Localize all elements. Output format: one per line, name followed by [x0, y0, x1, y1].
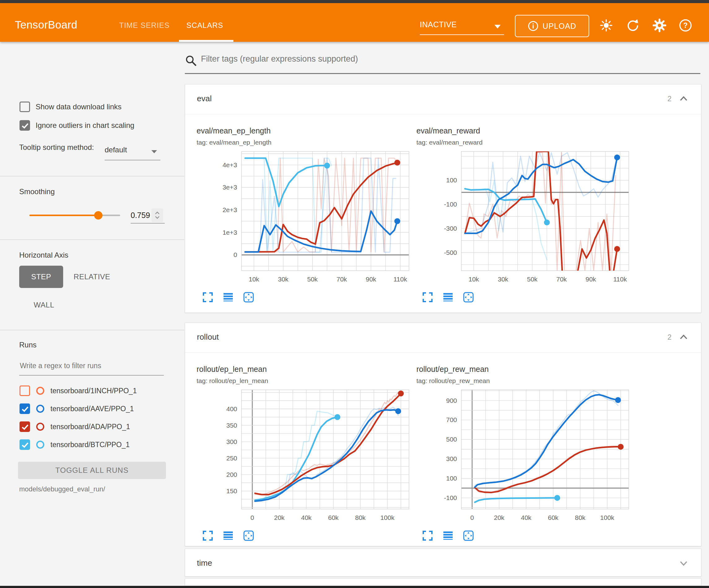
- chart-toolbar: [202, 292, 254, 303]
- svg-text:300: 300: [226, 438, 237, 445]
- section-card-time: time: [185, 549, 701, 577]
- run-row-btc[interactable]: tensorboard/BTC/PPO_1: [20, 436, 181, 454]
- axis-relative-button[interactable]: RELATIVE: [72, 266, 112, 288]
- run-checkbox[interactable]: [20, 439, 30, 450]
- svg-text:500: 500: [446, 436, 457, 443]
- svg-text:110k: 110k: [394, 276, 407, 283]
- chart-eval-mean-ep-length: eval/mean_ep_length tag: eval/mean_ep_le…: [196, 126, 410, 306]
- run-label: tensorboard/AAVE/PPO_1: [50, 405, 134, 413]
- svg-text:300: 300: [446, 455, 457, 462]
- run-checkbox[interactable]: [20, 385, 30, 396]
- chevron-up-icon[interactable]: [679, 95, 688, 102]
- stepper-down-icon[interactable]: [155, 216, 160, 219]
- search-icon: [185, 54, 197, 67]
- smoothing-stepper[interactable]: [151, 208, 163, 222]
- brightness-icon[interactable]: [599, 19, 613, 32]
- next-section-card-partial: [185, 579, 701, 586]
- run-row-ada[interactable]: tensorboard/ADA/PPO_1: [20, 418, 181, 436]
- svg-text:-500: -500: [444, 249, 457, 256]
- data-table-icon[interactable]: [222, 292, 234, 303]
- chart-toolbar: [202, 530, 254, 541]
- ignore-outliers-row[interactable]: Ignore outliers in chart scaling: [20, 120, 134, 131]
- app-header: TensorBoard TIME SERIES SCALARS INACTIVE…: [0, 3, 709, 42]
- smoothing-slider-fill: [29, 214, 98, 216]
- tab-time-series[interactable]: TIME SERIES: [119, 21, 170, 30]
- smoothing-label: Smoothing: [19, 187, 55, 196]
- svg-text:0: 0: [251, 514, 254, 521]
- svg-text:?: ?: [683, 21, 688, 29]
- fullscreen-icon[interactable]: [202, 530, 213, 541]
- fit-domain-icon[interactable]: [463, 530, 474, 541]
- svg-text:30k: 30k: [278, 276, 289, 283]
- data-table-icon[interactable]: [222, 530, 234, 541]
- chart-tag: tag: rollout/ep_len_mean: [196, 377, 268, 385]
- data-table-icon[interactable]: [442, 292, 453, 303]
- section-divider: [185, 352, 701, 353]
- svg-text:20k: 20k: [494, 514, 504, 521]
- svg-text:80k: 80k: [355, 514, 366, 521]
- section-header-time[interactable]: time: [185, 549, 701, 577]
- svg-text:350: 350: [226, 422, 237, 429]
- app-title: TensorBoard: [15, 19, 77, 31]
- run-checkbox[interactable]: [20, 404, 30, 414]
- tab-scalars[interactable]: SCALARS: [186, 21, 223, 30]
- section-header-rollout[interactable]: rollout 2: [185, 323, 701, 353]
- fit-domain-icon[interactable]: [463, 292, 474, 303]
- svg-text:400: 400: [226, 405, 237, 412]
- line-chart[interactable]: -100100300500700900020k40k60k80k100k: [416, 388, 630, 525]
- svg-text:40k: 40k: [301, 514, 312, 521]
- toggle-all-runs-button[interactable]: TOGGLE ALL RUNS: [18, 462, 166, 479]
- runs-filter-input[interactable]: [19, 361, 163, 370]
- chart-title: rollout/ep_len_mean: [196, 365, 267, 374]
- smoothing-slider[interactable]: [29, 214, 120, 216]
- chevron-down-icon[interactable]: [679, 560, 688, 567]
- upload-button[interactable]: UPLOAD: [515, 15, 589, 37]
- smoothing-value-box[interactable]: 0.759: [131, 208, 165, 222]
- svg-text:-100: -100: [444, 201, 457, 208]
- run-row-aave[interactable]: tensorboard/AAVE/PPO_1: [20, 400, 181, 418]
- svg-text:60k: 60k: [328, 514, 339, 521]
- chart-eval-mean-reward: eval/mean_reward tag: eval/mean_reward 1…: [416, 126, 630, 306]
- fit-domain-icon[interactable]: [243, 530, 254, 541]
- stepper-up-icon[interactable]: [155, 211, 160, 214]
- show-download-links-label: Show data download links: [35, 102, 122, 111]
- status-dropdown-value: INACTIVE: [420, 20, 457, 29]
- line-chart[interactable]: 150200250300350400020k40k60k80k100k: [196, 388, 410, 525]
- refresh-icon[interactable]: [626, 19, 640, 32]
- svg-text:10k: 10k: [248, 276, 259, 283]
- divider: [0, 330, 184, 330]
- axis-step-button[interactable]: STEP: [19, 266, 63, 288]
- top-window-strip: [0, 0, 709, 3]
- section-title: time: [197, 558, 212, 568]
- show-download-links-checkbox[interactable]: [20, 102, 30, 112]
- status-dropdown[interactable]: INACTIVE: [420, 20, 504, 35]
- show-download-links-row[interactable]: Show data download links: [20, 102, 122, 112]
- chevron-up-icon[interactable]: [679, 333, 688, 341]
- run-checkbox[interactable]: [20, 421, 30, 432]
- fullscreen-icon[interactable]: [202, 292, 213, 303]
- line-chart[interactable]: 01e+32e+33e+34e+310k30k50k70k90k110k: [196, 150, 410, 286]
- fit-domain-icon[interactable]: [243, 292, 254, 303]
- tooltip-sorting-dropdown[interactable]: default: [105, 146, 162, 160]
- chart-tag: tag: eval/mean_reward: [416, 139, 483, 146]
- svg-text:1e+3: 1e+3: [222, 229, 237, 236]
- line-chart[interactable]: 100-100-300-50010k30k50k70k90k110k: [416, 150, 630, 286]
- axis-wall-button[interactable]: WALL: [28, 296, 59, 314]
- section-header-eval[interactable]: eval 2: [185, 84, 701, 114]
- divider: [0, 239, 184, 240]
- run-color-ring: [36, 423, 44, 431]
- tag-filter-input[interactable]: [200, 54, 685, 64]
- ignore-outliers-checkbox[interactable]: [20, 120, 30, 131]
- settings-gear-icon[interactable]: [653, 19, 666, 32]
- run-row-1inch[interactable]: tensorboard/1INCH/PPO_1: [20, 382, 181, 400]
- help-icon[interactable]: ?: [679, 19, 692, 32]
- fullscreen-icon[interactable]: [422, 292, 433, 303]
- svg-text:40k: 40k: [521, 514, 531, 521]
- smoothing-slider-thumb[interactable]: [94, 211, 103, 220]
- horizontal-axis-label: Horizontal Axis: [19, 251, 69, 259]
- run-color-ring: [36, 387, 44, 395]
- chart-toolbar: [422, 530, 474, 541]
- active-tab-indicator: [179, 40, 233, 42]
- fullscreen-icon[interactable]: [422, 530, 433, 541]
- data-table-icon[interactable]: [442, 530, 453, 541]
